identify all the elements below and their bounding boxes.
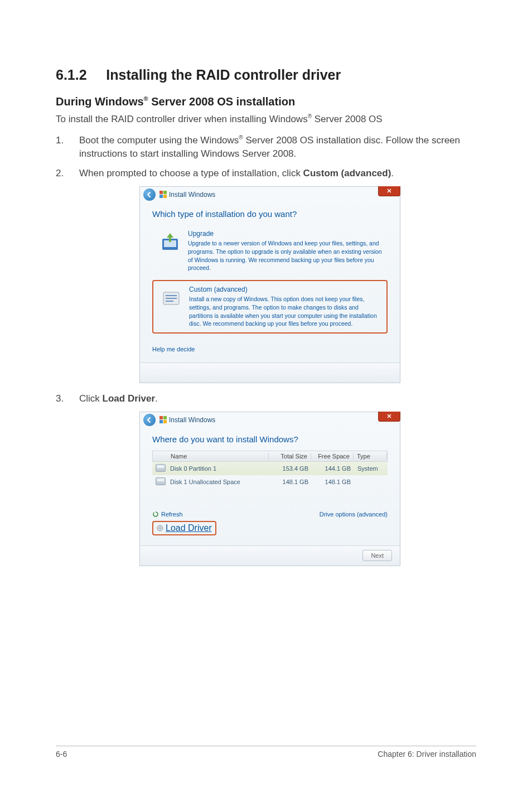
section-heading: 6.1.2 Installing the RAID controller dri… — [56, 67, 476, 83]
upgrade-icon — [158, 230, 182, 254]
custom-title: Custom (advanced) — [189, 286, 381, 294]
page-footer: 6-6 Chapter 6: Driver installation — [56, 746, 476, 758]
disk-table-header: Name Total Size Free Space Type — [152, 451, 388, 462]
upgrade-title: Upgrade — [188, 230, 382, 239]
col-free: Free Space — [311, 453, 354, 460]
refresh-icon — [152, 511, 159, 518]
step-1: 1. Boot the computer using the Windows® … — [56, 134, 476, 161]
back-button[interactable] — [143, 414, 156, 426]
next-button[interactable]: Next — [362, 550, 392, 561]
col-total: Total Size — [269, 453, 311, 460]
section-title: Installing the RAID controller driver — [106, 67, 341, 83]
install-location-dialog: Install Windows Where do you want to ins… — [139, 412, 400, 566]
dialog-footer: Next — [140, 545, 400, 566]
table-row[interactable]: Disk 0 Partition 1 153.4 GB 144.1 GB Sys… — [152, 462, 388, 475]
cd-icon — [157, 525, 163, 532]
dialog-title: Install Windows — [169, 191, 215, 199]
arrow-left-icon — [146, 191, 153, 198]
intro-paragraph: To install the RAID controller driver wh… — [56, 113, 476, 126]
step-2: 2. When prompted to choose a type of ins… — [56, 167, 476, 181]
close-button[interactable] — [378, 412, 400, 422]
help-me-decide-link[interactable]: Help me decide — [152, 346, 388, 352]
refresh-link[interactable]: Refresh — [152, 511, 183, 518]
col-type: Type — [354, 453, 387, 460]
section-number: 6.1.2 — [56, 67, 87, 83]
col-name: Name — [167, 453, 269, 460]
windows-flag-icon — [159, 416, 167, 424]
drive-options-link[interactable]: Drive options (advanced) — [320, 511, 388, 518]
install-type-prompt: Which type of installation do you want? — [152, 209, 388, 219]
windows-flag-icon — [159, 191, 167, 199]
svg-point-7 — [159, 527, 161, 529]
arrow-left-icon — [146, 417, 153, 423]
close-icon — [386, 413, 392, 419]
titlebar: Install Windows — [140, 412, 400, 428]
step-3: 3. Click Load Driver. — [56, 392, 476, 406]
page-number: 6-6 — [56, 750, 67, 758]
table-row[interactable]: Disk 1 Unallocated Space 148.1 GB 148.1 … — [152, 475, 388, 489]
dialog-title: Install Windows — [169, 416, 215, 424]
subheading: During Windows® Server 2008 OS installat… — [56, 95, 476, 108]
upgrade-desc: Upgrade to a newer version of Windows an… — [188, 240, 382, 271]
close-icon — [386, 188, 392, 194]
chapter-label: Chapter 6: Driver installation — [378, 750, 476, 758]
load-driver-button[interactable]: Load Driver — [152, 521, 216, 535]
dialog-footer — [140, 363, 400, 383]
titlebar: Install Windows — [140, 187, 400, 202]
disk-icon — [156, 464, 166, 472]
custom-icon — [159, 286, 183, 310]
install-where-prompt: Where do you want to install Windows? — [152, 434, 388, 444]
install-type-dialog: Install Windows Which type of installati… — [139, 186, 400, 383]
back-button[interactable] — [143, 189, 156, 201]
custom-desc: Install a new copy of Windows. This opti… — [189, 296, 377, 327]
upgrade-option[interactable]: Upgrade Upgrade to a newer version of Wi… — [152, 225, 388, 277]
custom-option[interactable]: Custom (advanced) Install a new copy of … — [152, 280, 388, 334]
close-button[interactable] — [378, 186, 400, 196]
disk-icon — [156, 477, 166, 485]
